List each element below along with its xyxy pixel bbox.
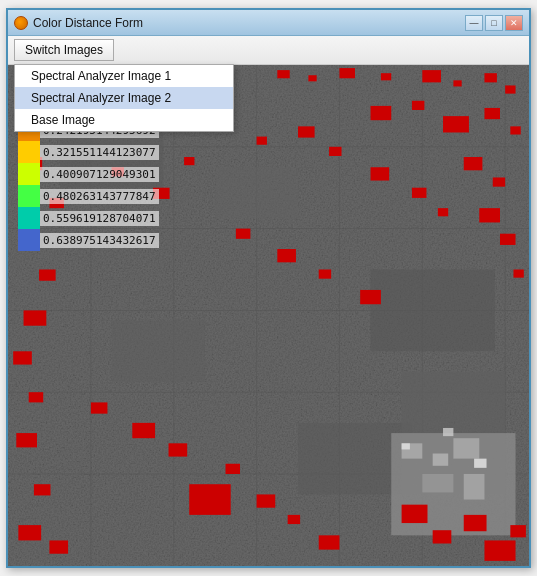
legend-value-6: 0.559619128704071 (40, 211, 159, 226)
svg-rect-43 (479, 208, 500, 222)
svg-rect-30 (339, 68, 355, 78)
switch-images-dropdown: Spectral Analyzer Image 1 Spectral Analy… (14, 64, 234, 132)
legend-row-3: 0.321551144123077 (18, 141, 165, 163)
svg-rect-29 (308, 75, 316, 81)
title-buttons: — □ ✕ (465, 15, 523, 31)
svg-rect-27 (474, 459, 486, 468)
svg-rect-79 (288, 515, 300, 524)
legend-color-swatch-5 (18, 185, 40, 207)
svg-rect-62 (16, 433, 37, 447)
legend-row-6: 0.559619128704071 (18, 207, 165, 229)
svg-rect-45 (513, 269, 523, 277)
svg-rect-84 (484, 540, 515, 560)
svg-rect-35 (505, 85, 515, 93)
legend-value-7: 0.638975143432617 (40, 233, 159, 248)
svg-rect-37 (412, 101, 424, 110)
title-bar: Color Distance Form — □ ✕ (8, 10, 529, 36)
svg-rect-40 (510, 126, 520, 134)
minimize-button[interactable]: — (465, 15, 483, 31)
main-window: Color Distance Form — □ ✕ Switch Images … (6, 8, 531, 568)
dropdown-item-base[interactable]: Base Image (15, 109, 233, 131)
svg-rect-78 (257, 494, 276, 507)
legend-row-4: 0.400907129049301 (18, 163, 165, 185)
svg-rect-82 (433, 530, 452, 543)
svg-rect-50 (371, 167, 390, 180)
svg-rect-83 (464, 515, 487, 531)
svg-rect-76 (189, 484, 230, 515)
svg-rect-77 (226, 464, 241, 474)
legend-value-5: 0.480263143777847 (40, 189, 159, 204)
svg-rect-24 (464, 474, 485, 500)
svg-rect-36 (371, 106, 392, 120)
toolbar: Switch Images Spectral Analyzer Image 1 … (8, 36, 529, 65)
svg-rect-71 (319, 269, 331, 278)
svg-rect-61 (29, 392, 44, 402)
svg-rect-64 (18, 525, 41, 540)
legend-color-swatch-6 (18, 207, 40, 229)
svg-rect-25 (402, 443, 410, 449)
svg-rect-15 (371, 269, 495, 351)
svg-rect-49 (329, 147, 341, 156)
svg-rect-47 (257, 137, 267, 145)
svg-rect-38 (443, 116, 469, 132)
svg-rect-74 (132, 423, 155, 438)
maximize-button[interactable]: □ (485, 15, 503, 31)
svg-rect-26 (443, 428, 453, 436)
svg-rect-52 (438, 208, 448, 216)
svg-rect-63 (34, 484, 51, 495)
svg-rect-48 (298, 126, 315, 137)
legend-color-swatch-4 (18, 163, 40, 185)
svg-rect-44 (500, 234, 516, 245)
svg-rect-16 (112, 321, 205, 382)
legend-color-swatch-3 (18, 141, 40, 163)
legend-row-5: 0.480263143777847 (18, 185, 165, 207)
svg-rect-51 (412, 188, 427, 198)
svg-rect-68 (184, 157, 194, 165)
svg-rect-59 (24, 310, 47, 325)
svg-rect-85 (510, 525, 526, 537)
switch-images-button[interactable]: Switch Images (14, 39, 114, 61)
app-icon (14, 16, 28, 30)
svg-rect-21 (433, 454, 449, 466)
svg-rect-22 (453, 438, 479, 458)
svg-rect-32 (422, 70, 441, 82)
svg-rect-80 (319, 535, 340, 549)
svg-rect-70 (277, 249, 296, 262)
svg-rect-65 (49, 540, 68, 553)
dropdown-item-image1[interactable]: Spectral Analyzer Image 1 (15, 65, 233, 87)
svg-rect-81 (402, 505, 428, 523)
svg-rect-31 (381, 73, 391, 80)
svg-rect-23 (422, 474, 453, 492)
image-display-area: 0.08348314464092250.1628391444683070.242… (8, 65, 529, 566)
svg-rect-69 (236, 229, 251, 239)
svg-rect-58 (39, 269, 56, 280)
svg-rect-72 (360, 290, 381, 304)
legend-value-4: 0.400907129049301 (40, 167, 159, 182)
legend-color-swatch-7 (18, 229, 40, 251)
svg-rect-33 (453, 80, 461, 86)
svg-rect-75 (169, 443, 188, 456)
svg-rect-34 (484, 73, 496, 82)
legend-value-3: 0.321551144123077 (40, 145, 159, 160)
svg-rect-39 (484, 108, 500, 119)
svg-rect-73 (91, 402, 108, 413)
svg-rect-42 (493, 177, 505, 186)
title-bar-left: Color Distance Form (14, 16, 143, 30)
svg-rect-60 (13, 351, 32, 364)
svg-rect-41 (464, 157, 483, 170)
close-button[interactable]: ✕ (505, 15, 523, 31)
svg-rect-28 (277, 70, 289, 78)
svg-rect-14 (215, 167, 298, 218)
dropdown-item-image2[interactable]: Spectral Analyzer Image 2 (15, 87, 233, 109)
legend-row-7: 0.638975143432617 (18, 229, 165, 251)
window-title: Color Distance Form (33, 16, 143, 30)
